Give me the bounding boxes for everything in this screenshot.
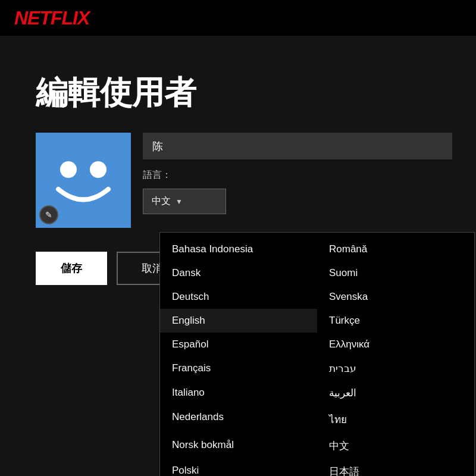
svg-point-2: [90, 161, 107, 178]
list-item[interactable]: Deutsch: [160, 285, 317, 309]
page-title: 編輯使用者: [36, 71, 476, 115]
current-language-label: 中文: [152, 195, 171, 208]
name-input[interactable]: [143, 133, 452, 159]
form-area: 語言： 中文 ▼: [143, 133, 452, 214]
dropdown-grid: Bahasa Indonesia Română Dansk Suomi Deut…: [160, 233, 474, 476]
save-button[interactable]: 儲存: [36, 252, 107, 285]
list-item[interactable]: Polski: [160, 459, 317, 476]
language-select-button[interactable]: 中文 ▼: [143, 189, 226, 214]
list-item[interactable]: Română: [317, 237, 474, 261]
list-item[interactable]: Suomi: [317, 261, 474, 285]
list-item[interactable]: Dansk: [160, 261, 317, 285]
edit-icon: ✎: [45, 210, 52, 220]
list-item[interactable]: עברית: [317, 356, 474, 381]
list-item[interactable]: Nederlands: [160, 405, 317, 433]
list-item[interactable]: 日本語: [317, 459, 474, 476]
list-item[interactable]: 中文: [317, 433, 474, 459]
list-item[interactable]: Ελληνικά: [317, 333, 474, 356]
list-item[interactable]: ไทย: [317, 405, 474, 433]
language-select-row: 中文 ▼: [143, 189, 452, 214]
svg-point-1: [60, 161, 77, 178]
list-item[interactable]: Türkçe: [317, 309, 474, 333]
list-item[interactable]: Italiano: [160, 381, 317, 405]
list-item[interactable]: Norsk bokmål: [160, 433, 317, 459]
list-item[interactable]: Svenska: [317, 285, 474, 309]
language-dropdown: Bahasa Indonesia Română Dansk Suomi Deut…: [159, 232, 475, 476]
list-item[interactable]: Français: [160, 356, 317, 381]
chevron-down-icon: ▼: [176, 198, 183, 206]
list-item[interactable]: Español: [160, 333, 317, 356]
avatar-container: ✎: [36, 133, 131, 228]
list-item-english[interactable]: English: [160, 309, 317, 333]
language-label: 語言：: [143, 169, 452, 181]
list-item[interactable]: Bahasa Indonesia: [160, 237, 317, 261]
header: NETFLIX: [0, 0, 476, 36]
netflix-logo: NETFLIX: [14, 7, 89, 29]
list-item[interactable]: العربية: [317, 381, 474, 405]
main-content: ✎ 語言： 中文 ▼: [36, 133, 476, 228]
edit-avatar-button[interactable]: ✎: [39, 205, 58, 224]
